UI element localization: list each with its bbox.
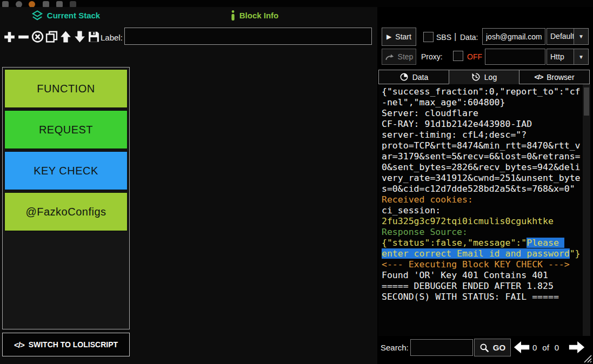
info-icon [231,10,235,21]
tab-data[interactable]: Data [378,70,449,84]
code-icon: </> [14,340,24,349]
wordlist-type-dropdown[interactable]: Default ▼ [547,28,589,45]
titlebar-icon [70,1,76,7]
go-button-label: GO [493,343,505,352]
match-counter: 0 of 0 [532,343,559,352]
history-icon [471,72,481,82]
match-of-label: of [542,343,549,352]
tab-log-label: Log [484,73,497,82]
log-line: ci_session: [382,205,582,216]
code-icon: </> [534,73,543,81]
search-label: Search: [381,343,409,352]
log-line: {"success_fraction":0,"report_to":"cf-ne… [382,86,582,108]
proxy-type-dropdown[interactable]: Http ▼ [547,49,589,65]
move-up-icon[interactable] [59,29,72,45]
stack-block-key-check[interactable]: KEY CHECK [4,151,128,190]
data-input[interactable] [482,28,545,45]
previous-match-icon[interactable] [514,341,530,354]
search-icon [479,343,489,353]
label-caption: Label: [101,33,123,42]
proxy-label: Proxy: [421,52,443,61]
titlebar-icon [2,1,9,7]
app-logo-icon [29,1,35,7]
tab-browser-label: Browser [547,73,574,82]
openbullet-window: Current Stack Block Info Debugger [0,0,593,364]
next-match-icon[interactable] [569,341,585,354]
current-stack-header: Current Stack [0,9,132,21]
titlebar-icon [16,1,22,7]
titlebar [0,0,593,7]
debugger-tabs: Data Log </> Browser [378,70,589,84]
block-info-title: Block Info [239,11,279,20]
move-down-icon[interactable] [73,29,86,45]
play-icon: ▶ [387,33,391,41]
switch-to-loliscript-button[interactable]: </> SWITCH TO LOLISCRIPT [2,333,130,356]
chevron-down-icon: ▼ [574,49,588,64]
log-output[interactable]: {"success_fraction":0,"report_to":"cf-ne… [378,84,583,336]
log-line: CF-RAY: 91d1b2142e443980-IAD [382,119,582,130]
chevron-down-icon: ▼ [574,29,588,44]
log-line: {"status":false,"message":"Please enter … [382,238,582,259]
clone-icon[interactable] [45,29,58,45]
separator-bar: | [454,31,456,42]
delete-icon[interactable] [31,29,44,45]
sbs-label: SBS [436,33,451,42]
step-button-label: Step [398,52,414,61]
log-line: Received cookies: [382,194,582,205]
wordlist-type-value: Default [547,29,574,44]
resize-grip[interactable] [584,355,592,363]
save-icon[interactable] [87,29,101,45]
add-icon[interactable] [3,29,16,45]
go-button[interactable]: GO [474,339,511,356]
switch-button-label: SWITCH TO LOLISCRIPT [29,340,118,349]
tab-data-label: Data [412,73,429,82]
tab-log[interactable]: Log [449,70,519,84]
stack-layers-icon [32,10,43,21]
scrollbar-thumb[interactable] [584,87,589,116]
remove-icon[interactable] [17,29,30,45]
block-info-header: Block Info [132,9,377,21]
proxy-checkbox[interactable] [453,51,463,61]
log-line: ===== DEBUGGER ENDED AFTER 1.825 SECOND(… [382,281,582,302]
log-line: server-timing: cfL4;desc="?proto=TCP&rtt… [382,130,582,194]
proxy-status-badge: OFF [467,52,482,61]
log-line: <--- Executing Block KEY CHECK ---> [382,259,582,270]
log-line: Response Source: [382,227,582,238]
titlebar-icon [56,1,63,7]
match-total: 0 [555,343,559,352]
step-button[interactable]: Step [382,49,416,65]
match-current: 0 [532,343,537,352]
search-input[interactable] [410,339,473,356]
titlebar-icon [43,1,49,7]
block-label-input[interactable] [124,28,372,45]
log-line: Found 'OR' Key 401 Contains 401 [382,270,582,281]
proxy-input[interactable] [485,49,545,65]
stack-block-request[interactable]: REQUEST [4,110,128,149]
log-scrollbar[interactable] [583,84,590,336]
data-label: Data: [460,33,478,42]
start-button[interactable]: ▶ Start [382,28,416,46]
stack-list: FUNCTIONREQUESTKEY CHECK@FazkoConfigs [2,67,130,329]
sbs-checkbox[interactable] [423,32,434,42]
current-stack-title: Current Stack [47,11,100,20]
log-line: Server: cloudflare [382,108,582,119]
stack-block-function[interactable]: FUNCTION [4,69,128,108]
log-line: 2fu325g3c972tqi0icmulis0cgukhtke [382,216,582,227]
tab-browser[interactable]: </> Browser [519,70,590,84]
pie-chart-icon [399,72,409,82]
stack-toolbar [3,27,101,46]
proxy-type-value: Http [547,49,574,64]
start-button-label: Start [395,32,411,41]
step-arrow-icon [385,53,394,61]
stack-block--fazkoconfigs[interactable]: @FazkoConfigs [4,192,128,231]
